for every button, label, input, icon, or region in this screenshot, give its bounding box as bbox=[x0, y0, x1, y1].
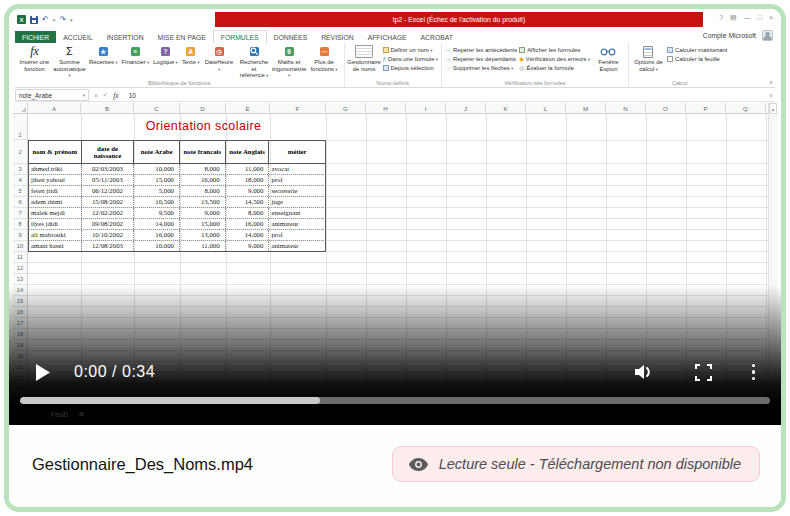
math-trig-button[interactable]: θ Maths et trigonométrie bbox=[273, 44, 306, 80]
row-header[interactable]: 9 bbox=[13, 230, 27, 241]
lookup-reference-button[interactable]: Recherche et référence bbox=[238, 44, 271, 80]
calc-sheet-button[interactable]: Calculer la feuille bbox=[667, 56, 727, 62]
row-header[interactable]: 2 bbox=[13, 140, 27, 164]
undo-icon[interactable]: ↶ bbox=[42, 16, 49, 24]
error-checking-button[interactable]: ◆Vérification des erreurs bbox=[519, 56, 590, 62]
tab-insertion[interactable]: INSERTION bbox=[100, 31, 151, 43]
row-header[interactable]: 8 bbox=[13, 219, 27, 230]
cell-birthdate: 02/03/2003 bbox=[82, 164, 135, 174]
tab-revision[interactable]: RÉVISION bbox=[314, 31, 360, 43]
ribbon-collapse-icon[interactable]: ∧ bbox=[769, 79, 773, 85]
cell-note-anglais: 9,000 bbox=[226, 241, 270, 251]
text-functions-button[interactable]: A Texte bbox=[181, 44, 201, 67]
close-button[interactable]: × bbox=[769, 14, 773, 22]
confirm-entry-icon[interactable]: ✓ bbox=[103, 91, 108, 99]
row-header[interactable]: 3 bbox=[13, 164, 27, 175]
evaluate-formula-button[interactable]: ◎Évaluer la formule bbox=[519, 65, 590, 71]
row-header[interactable]: 13 bbox=[13, 274, 27, 285]
minimize-button[interactable]: — bbox=[744, 14, 751, 22]
formula-bar: note_Arabe ▾ × ✓ fx 10 ∨ bbox=[15, 89, 775, 102]
row-header[interactable]: 5 bbox=[13, 186, 27, 197]
tab-mise-en-page[interactable]: MISE EN PAGE bbox=[151, 31, 213, 43]
seek-bar[interactable] bbox=[20, 397, 770, 404]
calc-now-button[interactable]: Calculer maintenant bbox=[667, 47, 727, 53]
calc-options-button[interactable]: Options de calcul bbox=[632, 44, 665, 73]
column-header[interactable]: N bbox=[606, 103, 646, 113]
more-functions-button[interactable]: ⋯ Plus de fonctions bbox=[308, 44, 341, 73]
cell-note-anglais: 14,500 bbox=[226, 197, 270, 207]
row-header[interactable]: 7 bbox=[13, 208, 27, 219]
more-options-button[interactable] bbox=[752, 364, 756, 381]
recent-functions-button[interactable]: ★ Récentes bbox=[88, 44, 118, 67]
from-selection-button[interactable]: Depuis sélection bbox=[383, 65, 438, 71]
column-header[interactable]: F bbox=[270, 103, 326, 113]
watch-window-button[interactable]: Fenêtre Espion bbox=[592, 44, 625, 73]
row-header[interactable]: 6 bbox=[13, 197, 27, 208]
datetime-button[interactable]: ◷ DateHeure bbox=[203, 44, 236, 73]
column-header[interactable]: O bbox=[646, 103, 686, 113]
financial-label: Financier bbox=[121, 59, 149, 66]
qat-customize-caret-icon[interactable]: ▾ bbox=[70, 17, 73, 23]
insert-function-button[interactable]: fx Insérer une fonction bbox=[18, 44, 51, 73]
column-header[interactable]: K bbox=[486, 103, 526, 113]
define-name-button[interactable]: Définir un nom bbox=[383, 47, 438, 53]
redo-icon[interactable]: ↷ bbox=[59, 16, 66, 24]
remove-arrows-button[interactable]: →Supprimer les flèches bbox=[445, 65, 517, 71]
tab-accueil[interactable]: ACCUEIL bbox=[56, 31, 99, 43]
formula-input[interactable]: 10 bbox=[129, 92, 136, 99]
row-header[interactable]: 11 bbox=[13, 252, 27, 263]
formula-bar-expand-icon[interactable]: ∨ bbox=[769, 92, 773, 98]
column-header[interactable]: D bbox=[180, 103, 226, 113]
play-button[interactable] bbox=[35, 364, 50, 381]
ribbon-display-button[interactable]: ▤ bbox=[730, 14, 737, 22]
row-header[interactable]: 4 bbox=[13, 175, 27, 186]
tab-acrobat[interactable]: ACROBAT bbox=[414, 31, 460, 43]
name-box-caret-icon[interactable]: ▾ bbox=[83, 93, 85, 98]
help-button[interactable]: ? bbox=[719, 14, 723, 22]
column-header[interactable]: H bbox=[366, 103, 406, 113]
column-header[interactable]: Q bbox=[726, 103, 766, 113]
column-header[interactable]: B bbox=[81, 103, 134, 113]
cancel-entry-icon[interactable]: × bbox=[94, 92, 98, 99]
use-in-formula-button[interactable]: ƒDans une formule bbox=[383, 56, 438, 62]
tab-donnees[interactable]: DONNÉES bbox=[267, 31, 315, 43]
row-header[interactable]: 10 bbox=[13, 241, 27, 252]
fullscreen-button[interactable] bbox=[695, 364, 712, 381]
autosum-button[interactable]: Σ Somme automatique bbox=[53, 44, 86, 80]
save-icon[interactable] bbox=[30, 16, 38, 24]
name-box[interactable]: note_Arabe ▾ bbox=[15, 89, 89, 101]
row-header[interactable]: 12 bbox=[13, 263, 27, 274]
column-header[interactable]: L bbox=[526, 103, 566, 113]
undo-caret-icon[interactable]: ▾ bbox=[53, 17, 56, 23]
cell-note-arabe: 10,500 bbox=[134, 197, 180, 207]
datetime-icon: ◷ bbox=[215, 47, 224, 56]
volume-button[interactable] bbox=[633, 363, 655, 381]
restore-button[interactable]: □ bbox=[758, 14, 762, 22]
table-row: malek mejdi 12/02/2002 9,500 9,000 8,000… bbox=[28, 208, 326, 219]
tab-affichage[interactable]: AFFICHAGE bbox=[361, 31, 414, 43]
column-header[interactable]: E bbox=[226, 103, 270, 113]
column-header[interactable]: J bbox=[446, 103, 486, 113]
column-header[interactable]: G bbox=[326, 103, 366, 113]
financial-button[interactable]: ≡ Financier bbox=[120, 44, 150, 67]
scroll-up-icon[interactable]: ▴ bbox=[769, 103, 777, 114]
column-header[interactable]: A bbox=[28, 103, 81, 113]
name-manager-button[interactable]: Gestionnaire de noms bbox=[348, 44, 381, 73]
column-header[interactable]: M bbox=[566, 103, 606, 113]
select-all-corner[interactable] bbox=[13, 103, 28, 113]
column-headers[interactable]: ABCDEFGHIJKLMNOPQ bbox=[13, 103, 768, 114]
row-header[interactable]: 1 bbox=[13, 114, 27, 140]
video-viewport[interactable]: X ↶ ▾ ↷ ▾ tp2 - Excel (Échec de l'activa… bbox=[9, 9, 781, 425]
column-header[interactable]: P bbox=[686, 103, 726, 113]
logical-button[interactable]: ? Logique bbox=[152, 44, 179, 67]
column-header[interactable]: I bbox=[406, 103, 446, 113]
show-formulas-button[interactable]: Afficher les formules bbox=[519, 47, 590, 53]
insert-function-small-icon[interactable]: fx bbox=[113, 91, 118, 100]
from-selection-icon bbox=[383, 65, 389, 71]
column-header[interactable]: C bbox=[134, 103, 180, 113]
tab-formules[interactable]: FORMULES bbox=[213, 30, 267, 43]
trace-precedents-button[interactable]: →Repérer les antécédents bbox=[445, 47, 517, 53]
account-menu[interactable]: Compte Microsoft bbox=[703, 30, 773, 41]
tab-fichier[interactable]: FICHIER bbox=[15, 31, 56, 43]
trace-dependents-button[interactable]: →Repérer les dépendants bbox=[445, 56, 517, 62]
